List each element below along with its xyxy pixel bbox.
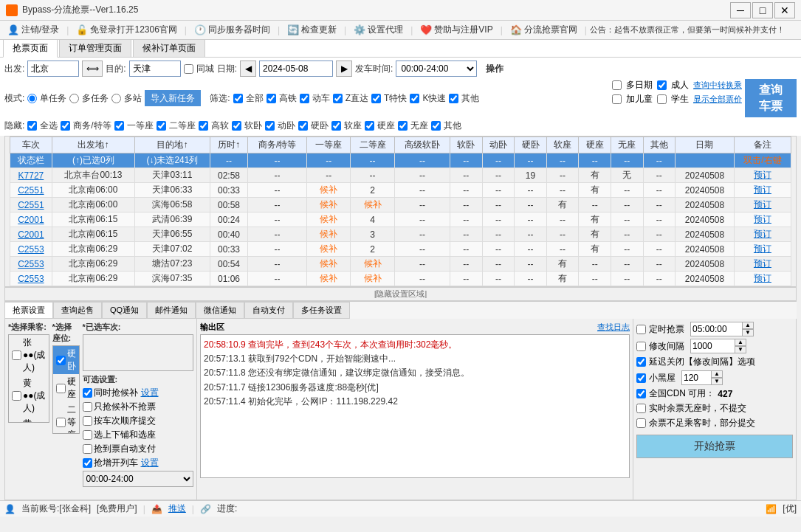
tab-wechat-notify[interactable]: 微信通知 (196, 302, 244, 319)
seat-item-hardseat[interactable]: 硬座 (53, 374, 79, 402)
date-prev-button[interactable]: ◀ (240, 61, 256, 77)
find-log-link[interactable]: 查找日志 (597, 322, 630, 333)
depart-input[interactable] (27, 61, 79, 77)
tab-auto-pay[interactable]: 自动支付 (244, 302, 293, 319)
tab-multi-task[interactable]: 多任务设置 (293, 302, 350, 319)
all-price-link[interactable]: 显示全部票价 (693, 94, 742, 105)
transfer-link[interactable]: 查询中转换乘 (693, 80, 742, 91)
blacklist-checkbox[interactable] (636, 373, 646, 383)
filter-highspeed-checkbox[interactable] (267, 94, 276, 103)
tab-orders[interactable]: 订单管理页面 (59, 39, 131, 57)
table-row[interactable]: K7727北京丰台00:13天津03:1102:58------------19… (10, 168, 791, 183)
date-input[interactable] (259, 61, 333, 77)
interval-checkbox[interactable] (636, 342, 646, 351)
adult-checkbox[interactable] (657, 80, 667, 90)
opt-extratrain-link[interactable]: 设置 (141, 457, 159, 469)
start-ticket-button[interactable]: 开始抢票 (636, 435, 793, 458)
hidden-noseat-checkbox[interactable] (398, 121, 408, 131)
passenger-item-3[interactable]: 黄●●(成人) (9, 416, 49, 423)
tab-ticket[interactable]: 抢票页面 (3, 39, 58, 58)
same-city-checkbox[interactable] (184, 64, 193, 74)
mode-single-radio[interactable] (27, 94, 37, 103)
blacklist-up-btn[interactable]: ▲ (711, 370, 723, 378)
timed-value-input[interactable] (690, 322, 742, 336)
seat-second-checkbox[interactable] (56, 418, 66, 427)
menu-update[interactable]: 🔄 检查更新 (283, 22, 341, 38)
hidden-softpremium-checkbox[interactable] (199, 121, 208, 131)
hidden-hardseat-checkbox[interactable] (365, 121, 374, 131)
table-row[interactable]: C2553北京南06:29天津07:0200:33--候补2----------… (10, 242, 791, 257)
opt-autopay-checkbox[interactable] (83, 444, 92, 454)
close-button[interactable]: ✕ (774, 2, 795, 18)
table-row[interactable]: C2001北京南06:15天津06:5500:40--候补3----------… (10, 227, 791, 242)
blacklist-down-btn[interactable]: ▼ (711, 378, 723, 385)
hidden-section-bar[interactable]: |隐藏设置区域| (4, 287, 797, 301)
query-button[interactable]: 查询 车票 (745, 79, 797, 117)
blacklist-value-input[interactable] (681, 370, 711, 385)
mode-multistation-radio[interactable] (111, 94, 121, 103)
opt-extratrain-checkbox[interactable] (83, 458, 92, 468)
opt-order-checkbox[interactable] (83, 416, 92, 426)
student-checkbox[interactable] (657, 94, 667, 104)
menu-open12306[interactable]: 🔓 免登录打开12306官网 (72, 22, 181, 38)
passenger-item-2[interactable]: 黄●●(成人) (9, 376, 49, 416)
hidden-all-checkbox[interactable] (27, 121, 37, 131)
opt-only-waitlist-checkbox[interactable] (83, 402, 92, 412)
filter-z-checkbox[interactable] (333, 94, 343, 103)
menu-vip[interactable]: ❤️ 赞助与注册VIP (416, 22, 497, 38)
delay-close-checkbox[interactable] (636, 357, 646, 367)
filter-t-checkbox[interactable] (371, 94, 381, 103)
passenger-2-checkbox[interactable] (12, 391, 21, 401)
mode-multi-radio[interactable] (69, 94, 79, 103)
table-row[interactable]: C2001北京南06:15武清06:3900:24--候补4----------… (10, 213, 791, 227)
seat-hardseat-checkbox[interactable] (56, 384, 66, 393)
hidden-softsleeper-checkbox[interactable] (232, 121, 241, 131)
swap-button[interactable]: ⟺ (82, 61, 103, 77)
timed-down-btn[interactable]: ▼ (742, 329, 754, 336)
timed-ticket-checkbox[interactable] (636, 325, 646, 334)
tab-qq-notify[interactable]: QQ通知 (102, 302, 147, 319)
hidden-second-checkbox[interactable] (157, 121, 166, 131)
opt-berth-checkbox[interactable] (83, 430, 92, 440)
table-row[interactable]: C2551北京南06:00滨海06:5800:58--候补候补--------有… (10, 198, 791, 213)
insufficient-checkbox[interactable] (636, 418, 646, 428)
hidden-hardsleeper-checkbox[interactable] (298, 121, 308, 131)
push-label[interactable]: 推送 (168, 502, 186, 515)
filter-all-checkbox[interactable] (233, 94, 243, 103)
hidden-business-checkbox[interactable] (61, 121, 70, 131)
time-range-select[interactable]: 00:00-24:00 (83, 471, 194, 487)
opt-waitlist-checkbox[interactable] (83, 388, 92, 398)
table-row[interactable]: C2553北京南06:29滨海07:3501:06--候补候补--------有… (10, 272, 791, 286)
seat-item-second[interactable]: 二等座 (53, 402, 79, 434)
interval-down-btn[interactable]: ▼ (735, 346, 746, 353)
seat-item-hardslp[interactable]: 硬卧 (53, 346, 79, 374)
menu-sync-time[interactable]: 🕐 同步服务器时间 (190, 22, 275, 38)
import-button[interactable]: 导入新任务 (145, 90, 201, 106)
date-next-button[interactable]: ▶ (336, 61, 352, 77)
filter-other-checkbox[interactable] (449, 94, 458, 103)
hidden-first-checkbox[interactable] (114, 121, 124, 131)
tab-waitlist[interactable]: 候补订单页面 (133, 39, 205, 57)
filter-k-checkbox[interactable] (410, 94, 419, 103)
cdn-checkbox[interactable] (636, 389, 646, 398)
interval-value-input[interactable] (690, 339, 735, 353)
table-row[interactable]: C2551北京南06:00天津06:3300:33--候补2----------… (10, 183, 791, 198)
opt-waitlist-link[interactable]: 设置 (141, 387, 159, 399)
dest-input[interactable] (129, 61, 181, 77)
timed-up-btn[interactable]: ▲ (742, 322, 754, 329)
no-seat-checkbox[interactable] (636, 404, 646, 413)
menu-official[interactable]: 🏠 分流抢票官网 (506, 22, 582, 38)
tab-query-sale[interactable]: 查询起售 (53, 302, 102, 319)
menu-login[interactable]: 👤 注销/登录 (3, 22, 63, 38)
tab-ticket-settings[interactable]: 抢票设置 (4, 302, 53, 319)
passenger-1-checkbox[interactable] (12, 350, 21, 360)
filter-emu-checkbox[interactable] (300, 94, 309, 103)
child-checkbox[interactable] (612, 94, 622, 104)
hidden-softseat-checkbox[interactable] (331, 121, 341, 131)
menu-proxy[interactable]: ⚙️ 设置代理 (349, 22, 408, 38)
hidden-movingsleeper-checkbox[interactable] (265, 121, 275, 131)
time-select[interactable]: 00:00-24:00 (396, 61, 477, 77)
hidden-other-checkbox[interactable] (431, 121, 441, 131)
passenger-item-1[interactable]: 张●●(成人) (9, 335, 49, 376)
tab-email-notify[interactable]: 邮件通知 (147, 302, 196, 319)
